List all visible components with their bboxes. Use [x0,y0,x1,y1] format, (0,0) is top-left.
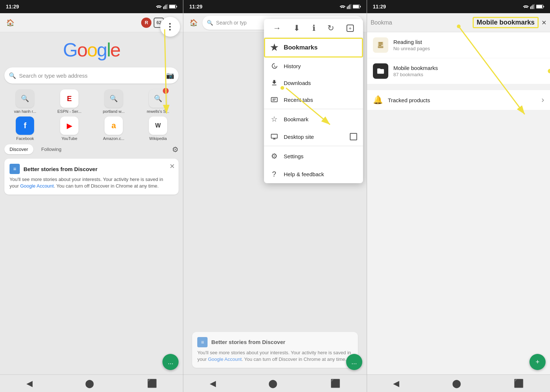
signal-icon-2 [347,4,351,9]
settings-cog-icon[interactable]: ⚙ [172,145,179,154]
panel-bookmarks: 11:29 Bookma Mobile bookmarks × [367,0,550,392]
reading-list-name: Reading list [393,39,544,45]
camera-icon[interactable]: 📷 [166,71,174,79]
reading-list-sub: No unread pages [393,46,544,51]
status-bar-3: 11:29 [367,0,550,13]
back-nav-icon-2[interactable]: ◀ [210,379,216,388]
home-icon[interactable]: 🏠 [4,16,17,29]
refresh-icon[interactable]: ↻ [327,23,334,33]
signal-icon-3 [530,4,535,9]
bookmark-icon: ☆ [270,115,279,123]
downloads-svg [271,79,278,86]
google-account-link[interactable]: Google Account [20,183,54,189]
bottom-nav-3: ◀ ⬤ ⬛ [367,374,550,392]
following-tab[interactable]: Following [36,144,67,154]
status-time-2: 11:29 [189,4,202,10]
shortcut-facebook[interactable]: f Facebook [4,117,46,141]
wifi-icon-2 [340,4,345,9]
recent-nav-icon[interactable]: ⬛ [147,379,157,388]
desktop-svg [271,133,278,140]
svg-rect-10 [348,5,349,9]
svg-rect-35 [378,45,381,46]
tracked-products-item[interactable]: 🔔 Tracked products › [367,90,550,110]
info-icon[interactable]: ℹ [312,23,315,33]
home-nav-icon-2[interactable]: ⬤ [268,379,278,388]
status-icons-1 [156,4,177,9]
svg-rect-36 [378,47,383,48]
fab-button-2[interactable]: ... [346,354,362,370]
forward-icon[interactable]: → [273,23,281,33]
menu-divider-2 [264,146,363,146]
svg-rect-0 [163,7,164,9]
status-time-3: 11:29 [373,4,386,10]
discover-tab[interactable]: Discover [4,144,33,154]
new-tab-icon[interactable]: + [346,25,354,32]
svg-rect-25 [530,7,531,9]
svg-rect-19 [271,134,277,138]
menu-item-recent-tabs[interactable]: Recent tabs [264,91,363,108]
menu-item-help[interactable]: ? Help & feedback [264,165,363,183]
recent-nav-icon-2[interactable]: ⬛ [330,379,340,388]
desktop-site-checkbox[interactable] [350,133,357,140]
menu-item-bookmarks[interactable]: ★ Bookmarks [264,38,363,58]
fab-button[interactable]: ... [162,354,179,370]
status-time-1: 11:29 [6,4,19,10]
svg-rect-12 [351,4,351,9]
fab-button-3[interactable]: + [529,354,546,370]
annotation-dot-mobile [548,69,550,73]
home-nav-icon[interactable]: ⬤ [85,379,94,388]
bottom-nav-1: ◀ ⬤ ⬛ [0,374,183,392]
search-bar-row: 🔍 Search or type web address 📷 [0,64,183,86]
menu-item-bookmark[interactable]: ☆ Bookmark [264,110,363,128]
bookmarks-star-icon: ★ [270,42,279,53]
back-nav-icon-3[interactable]: ◀ [393,379,399,388]
battery-icon [169,4,177,9]
search-icon-2: 🔍 [207,20,213,26]
help-icon: ? [270,170,279,178]
svg-rect-30 [536,5,542,8]
mobile-bookmarks-icon [373,63,388,79]
shortcut-portland[interactable]: 🔍 portland w... [93,89,135,114]
recent-nav-icon-3[interactable]: ⬛ [514,379,524,388]
shortcut-wikipedia[interactable]: W Wikipedia [137,117,179,141]
mobile-bookmarks-sub: 87 bookmarks [393,72,544,77]
recent-tabs-icon [270,96,279,103]
menu-item-settings[interactable]: ⚙ Settings [264,147,363,165]
status-icons-2 [340,4,361,9]
reading-list-item[interactable]: Reading list No unread pages [367,32,550,58]
back-nav-icon[interactable]: ◀ [26,379,33,388]
mobile-bookmarks-header-title: Mobile bookmarks [477,19,535,26]
mobile-bookmarks-title-box: Mobile bookmarks [473,17,539,28]
chrome-toolbar-1: 🏠 R 62 ⋮ [0,13,183,32]
svg-rect-34 [378,44,382,44]
svg-rect-6 [176,6,177,7]
download-icon[interactable]: ⬇ [293,23,300,33]
search-bar[interactable]: 🔍 Search or type web address 📷 [4,67,179,84]
shortcut-youtube[interactable]: ▶ YouTube [49,117,90,141]
menu-item-downloads[interactable]: Downloads [264,74,363,91]
menu-divider-1 [264,109,363,109]
avatar[interactable]: R [141,18,151,28]
bookmarks-toolbar: Bookma Mobile bookmarks × [367,13,550,32]
three-dot-circle-highlight[interactable]: ⋮ [160,17,180,37]
reading-list-icon [373,37,388,53]
mobile-bookmarks-item[interactable]: Mobile bookmarks 87 bookmarks [367,58,550,84]
battery-icon-3 [536,4,544,9]
shortcut-vanhanh[interactable]: 🔍 van hanh r... [4,89,46,114]
shortcut-amazon[interactable]: a Amazon.c... [93,117,135,141]
status-bar-2: 11:29 [183,0,366,13]
history-icon [270,62,279,70]
bookmarks-close-button[interactable]: × [542,18,546,27]
svg-rect-3 [167,4,168,9]
reading-list-svg [377,41,385,49]
home-icon-2[interactable]: 🏠 [187,16,200,29]
discover-close-button[interactable]: ✕ [169,162,175,170]
bookmarks-page-title: Bookma [371,19,470,26]
svg-rect-9 [347,7,348,9]
shortcut-rewells[interactable]: 🔍 1 rewells's S... [137,89,179,114]
home-nav-icon-3[interactable]: ⬤ [452,379,461,388]
menu-item-history[interactable]: History [264,58,363,74]
svg-rect-11 [349,5,350,9]
menu-item-desktop-site[interactable]: Desktop site [264,128,363,145]
shortcut-espn[interactable]: E ESPN - Ser... [49,89,90,114]
